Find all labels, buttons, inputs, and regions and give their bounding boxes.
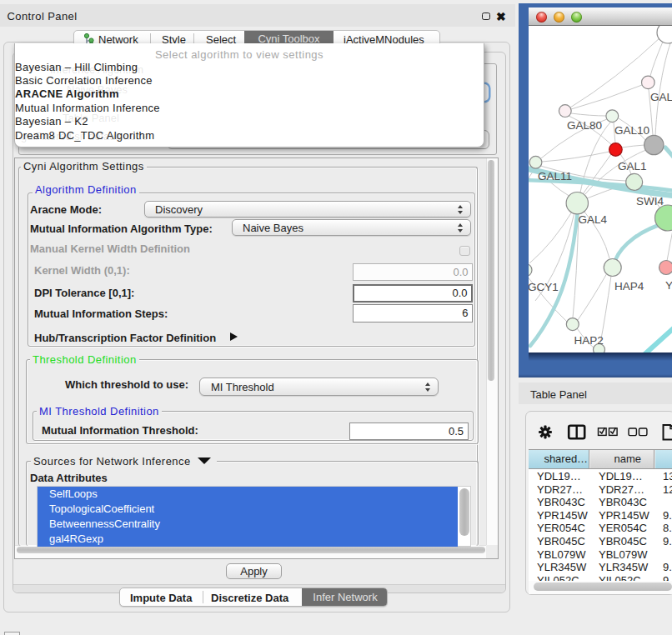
svg-text:GAL10: GAL10 (614, 124, 649, 137)
svg-text:GAL: GAL (650, 91, 672, 103)
svg-text:GAL11: GAL11 (538, 170, 572, 182)
svg-text:Y: Y (665, 279, 672, 292)
svg-text:SWI4: SWI4 (636, 195, 664, 208)
svg-text:GAL80: GAL80 (567, 119, 602, 132)
svg-text:GCY1: GCY1 (529, 281, 559, 293)
svg-text:HAP4: HAP4 (614, 280, 644, 292)
svg-text:GAL4: GAL4 (579, 213, 608, 226)
svg-text:HAP2: HAP2 (574, 334, 604, 347)
svg-text:GAL1: GAL1 (618, 160, 647, 172)
